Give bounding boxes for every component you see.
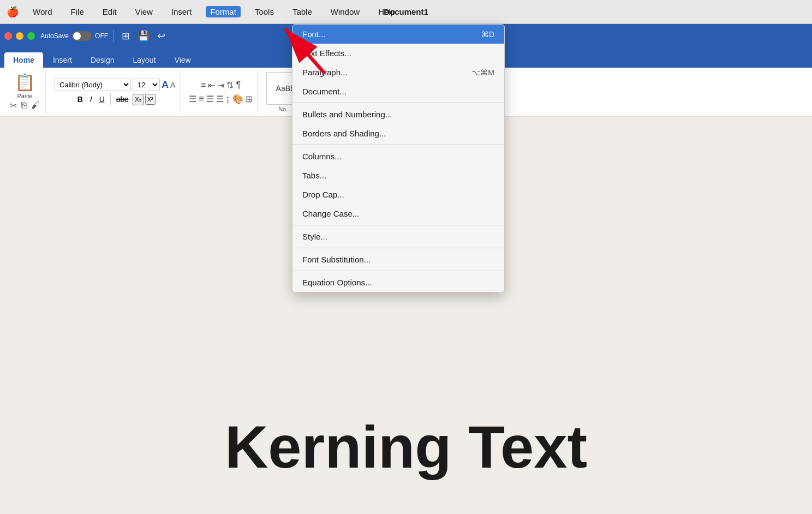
menu-item-paragraph-label: Paragraph...	[302, 68, 348, 77]
menu-item-font-substitution-label: Font Substitution...	[302, 255, 371, 264]
font-name-select[interactable]: Calibri (Body)	[55, 79, 131, 91]
indent-left-icon[interactable]: ⇤	[208, 80, 215, 91]
strikethrough-button[interactable]: abc	[114, 93, 132, 105]
paste-label: Paste	[17, 93, 32, 99]
cut-icon[interactable]: ✂	[9, 99, 18, 112]
autosave-label: AutoSave	[40, 32, 69, 40]
shading-icon[interactable]: 🎨	[232, 94, 243, 104]
mac-menubar: 🍎 Word File Edit View Insert Format Tool…	[0, 0, 812, 24]
alignment-icons: ☰ ≡ ☰ ☰ ↨ 🎨 ⊞	[189, 94, 252, 104]
font-grow-icon[interactable]: A	[162, 79, 169, 91]
kerning-text: Kerning Text	[225, 412, 587, 481]
font-shrink-icon[interactable]: A	[170, 81, 175, 89]
italic-button[interactable]: I	[87, 93, 95, 105]
tab-layout[interactable]: Layout	[124, 52, 165, 68]
tab-insert[interactable]: Insert	[44, 52, 81, 68]
menu-divider-2	[292, 145, 504, 145]
menu-item-paragraph[interactable]: Paragraph... ⌥⌘M	[292, 63, 504, 82]
tab-view[interactable]: View	[166, 52, 200, 68]
style-name-label: No…	[278, 106, 292, 112]
menu-item-borders-label: Borders and Shading...	[302, 129, 386, 138]
apple-menu-icon[interactable]: 🍎	[7, 6, 19, 18]
traffic-lights	[4, 32, 35, 40]
menu-divider-4	[292, 248, 504, 248]
paragraph-group: ≡ ⇤ ⇥ ⇅ ¶ ☰ ≡ ☰ ☰ ↨ 🎨 ⊞	[184, 70, 257, 114]
insert-menu-item[interactable]: Insert	[167, 6, 196, 17]
maximize-button[interactable]	[27, 32, 35, 40]
document-title: Document1	[384, 7, 428, 16]
menu-divider-1	[292, 103, 504, 103]
edit-menu-item[interactable]: Edit	[98, 6, 121, 17]
subscript-button[interactable]: X₂	[133, 94, 143, 105]
autosave-off-label: OFF	[95, 32, 108, 40]
menu-item-equation-options[interactable]: Equation Options...	[292, 273, 504, 292]
clipboard-tools: ✂ ⎘ 🖌	[9, 99, 41, 112]
table-menu-item[interactable]: Table	[288, 6, 317, 17]
view-menu-item[interactable]: View	[131, 6, 157, 17]
menu-item-columns-label: Columns...	[302, 152, 342, 161]
tools-menu-item[interactable]: Tools	[250, 6, 278, 17]
format-painter-icon[interactable]: 🖌	[30, 99, 41, 111]
file-menu-item[interactable]: File	[67, 6, 88, 17]
toolbar-separator-1	[114, 29, 114, 43]
align-justify-icon[interactable]: ☰	[216, 94, 224, 104]
menu-divider-3	[292, 225, 504, 225]
align-center-icon[interactable]: ≡	[199, 94, 204, 104]
layout-icon[interactable]: ⊞	[120, 28, 132, 44]
menu-item-bullets-label: Bullets and Numbering...	[302, 110, 392, 119]
paragraph-icons: ≡ ⇤ ⇥ ⇅ ¶	[201, 80, 241, 91]
autosave-area: AutoSave OFF	[40, 31, 108, 41]
paste-group: 📋 Paste ✂ ⎘ 🖌	[4, 70, 46, 114]
menu-item-drop-cap-label: Drop Cap...	[302, 190, 344, 199]
ribbon-inner-sep	[110, 94, 111, 105]
indent-right-icon[interactable]: ⇥	[217, 80, 224, 91]
superscript-button[interactable]: X²	[145, 94, 156, 105]
menu-item-font-shortcut: ⌘D	[481, 30, 494, 39]
menu-item-font-label: Font...	[302, 29, 326, 39]
menu-item-document-label: Document...	[302, 87, 347, 96]
tab-design[interactable]: Design	[82, 52, 123, 68]
paste-button[interactable]: 📋 Paste	[15, 73, 35, 99]
close-button[interactable]	[4, 32, 12, 40]
menu-item-change-case[interactable]: Change Case...	[292, 204, 504, 223]
borders-icon[interactable]: ⊞	[246, 94, 253, 104]
menu-item-borders[interactable]: Borders and Shading...	[292, 124, 504, 143]
tab-home[interactable]: Home	[4, 52, 43, 68]
sort-icon[interactable]: ⇅	[226, 80, 234, 91]
autosave-toggle[interactable]	[72, 31, 92, 41]
underline-button[interactable]: U	[97, 93, 108, 105]
menu-item-font[interactable]: Font... ⌘D	[292, 25, 504, 44]
font-row-2: B I U abc X₂ X²	[75, 93, 156, 105]
menu-item-font-substitution[interactable]: Font Substitution...	[292, 250, 504, 269]
spacing-icon[interactable]: ↨	[226, 94, 230, 104]
copy-icon[interactable]: ⎘	[20, 99, 28, 111]
menu-item-equation-options-label: Equation Options...	[302, 278, 372, 287]
font-size-select[interactable]: 12	[133, 79, 160, 91]
align-right-icon[interactable]: ☰	[206, 94, 214, 104]
format-menu-item[interactable]: Format	[206, 6, 241, 17]
menu-item-columns[interactable]: Columns...	[292, 147, 504, 166]
font-group: Calibri (Body) 12 A A B I U abc X₂ X²	[50, 70, 180, 114]
format-dropdown-menu: Font... ⌘D Text Effects... Paragraph... …	[292, 24, 505, 292]
menu-item-bullets[interactable]: Bullets and Numbering...	[292, 105, 504, 124]
save-icon[interactable]: 💾	[135, 28, 152, 44]
line-spacing-icon[interactable]: ≡	[201, 80, 206, 91]
menu-item-document[interactable]: Document...	[292, 82, 504, 101]
undo-icon[interactable]: ↩	[155, 28, 168, 44]
pilcrow-icon[interactable]: ¶	[236, 80, 241, 91]
font-row-1: Calibri (Body) 12 A A	[55, 79, 175, 91]
menu-item-paragraph-shortcut: ⌥⌘M	[471, 68, 494, 77]
window-menu-item[interactable]: Window	[326, 6, 364, 17]
word-menu-item[interactable]: Word	[28, 6, 57, 17]
menu-item-text-effects-label: Text Effects...	[302, 49, 351, 58]
menu-item-change-case-label: Change Case...	[302, 209, 359, 218]
minimize-button[interactable]	[16, 32, 23, 40]
bold-button[interactable]: B	[75, 93, 86, 105]
menu-item-text-effects[interactable]: Text Effects...	[292, 44, 504, 63]
menu-item-tabs-label: Tabs...	[302, 171, 326, 180]
menu-item-tabs[interactable]: Tabs...	[292, 166, 504, 185]
menu-item-style-label: Style...	[302, 232, 327, 241]
align-left-icon[interactable]: ☰	[189, 94, 196, 104]
menu-item-style[interactable]: Style...	[292, 227, 504, 246]
menu-item-drop-cap[interactable]: Drop Cap...	[292, 185, 504, 204]
